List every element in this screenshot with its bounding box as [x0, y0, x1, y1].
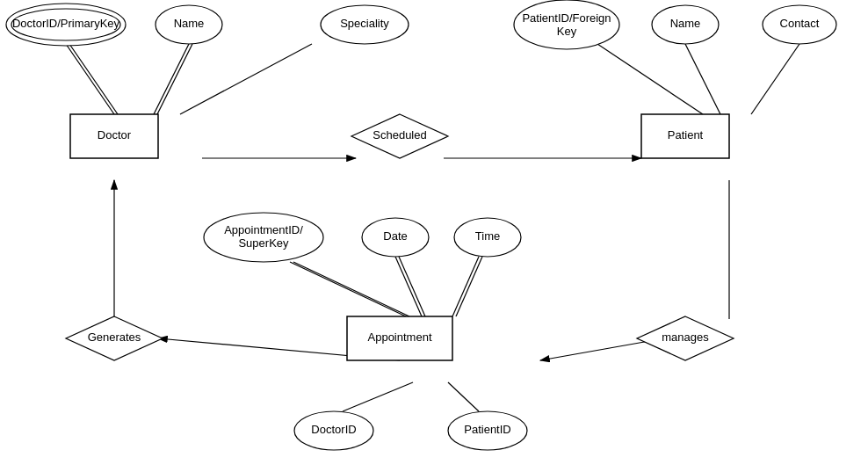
patient-id2-label: PatientID [464, 423, 510, 436]
doctor-id-label: DoctorID/PrimaryKey [12, 17, 120, 30]
svg-line-4 [157, 44, 192, 114]
scheduled-label: Scheduled [373, 128, 426, 142]
date-label: Date [383, 229, 407, 243]
contact-label: Contact [780, 17, 820, 30]
manages-label: manages [662, 330, 709, 344]
svg-line-2 [69, 44, 118, 114]
doctor-label: Doctor [98, 128, 132, 142]
appt-id-label2: SuperKey [238, 236, 289, 250]
doctor-id2-label: DoctorID [311, 423, 356, 436]
svg-line-20 [456, 257, 482, 316]
svg-line-17 [395, 257, 422, 316]
svg-line-21 [343, 382, 413, 411]
svg-line-16 [293, 262, 409, 316]
svg-line-19 [452, 257, 479, 316]
svg-line-1 [66, 44, 114, 114]
svg-line-5 [180, 44, 312, 114]
svg-line-18 [399, 257, 425, 316]
doctor-name-label: Name [174, 17, 205, 30]
generates-label: Generates [88, 330, 141, 344]
appointment-label: Appointment [368, 330, 432, 344]
svg-line-3 [154, 44, 189, 114]
er-diagram: Doctor Patient Appointment Scheduled Gen… [0, 0, 868, 472]
speciality-label: Speciality [340, 17, 389, 30]
patient-label: Patient [668, 128, 704, 142]
svg-line-7 [685, 44, 720, 114]
appt-id-label: AppointmentID/ [224, 223, 303, 236]
patient-name-label: Name [670, 17, 701, 30]
svg-line-22 [448, 382, 479, 411]
svg-line-15 [290, 262, 406, 316]
svg-line-6 [597, 44, 703, 114]
patient-fk-label2: Key [557, 25, 577, 38]
patient-fk-label: PatientID/Foreign [522, 11, 611, 25]
svg-line-8 [751, 44, 799, 114]
time-label: Time [475, 229, 500, 243]
